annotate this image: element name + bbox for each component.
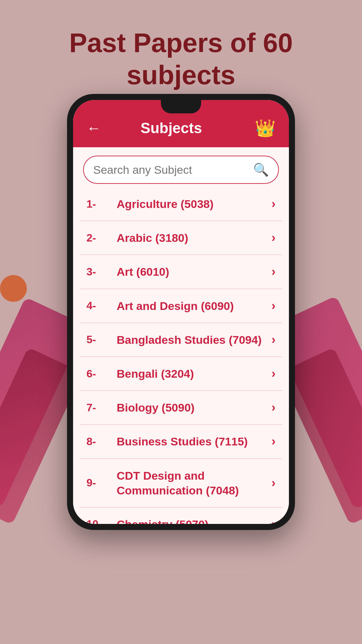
subject-name: Chemistry (5070) — [113, 517, 272, 524]
list-item[interactable]: 7-Biology (5090)› — [80, 391, 282, 425]
chevron-right-icon: › — [272, 434, 276, 448]
search-icon[interactable]: 🔍 — [253, 162, 269, 177]
list-item[interactable]: 2-Arabic (3180)› — [80, 221, 282, 255]
list-item[interactable]: 4-Art and Design (6090)› — [80, 289, 282, 323]
subject-number: 3- — [86, 266, 113, 278]
subject-name: Business Studies (7115) — [113, 434, 272, 449]
subject-number: 6- — [86, 368, 113, 380]
phone-mockup: ← Subjects 👑 🔍 1-Agriculture (5038)›2-Ar… — [67, 94, 295, 530]
chevron-right-icon: › — [272, 333, 276, 347]
chevron-right-icon: › — [272, 299, 276, 313]
subject-name: Arabic (3180) — [113, 230, 272, 245]
subject-number: 4- — [86, 300, 113, 312]
subject-number: 7- — [86, 401, 113, 414]
phone-notch — [161, 100, 201, 113]
search-container: 🔍 — [73, 147, 289, 187]
list-item[interactable]: 10-Chemistry (5070)› — [80, 507, 282, 524]
subject-name: Biology (5090) — [113, 400, 272, 415]
chevron-right-icon: › — [272, 231, 276, 245]
list-item[interactable]: 8-Business Studies (7115)› — [80, 425, 282, 459]
chevron-right-icon: › — [272, 197, 276, 211]
chevron-right-icon: › — [272, 367, 276, 381]
subject-name: Art and Design (6090) — [113, 299, 272, 313]
subject-name: Art (6010) — [113, 264, 272, 279]
subject-number: 5- — [86, 333, 113, 346]
chevron-right-icon: › — [272, 400, 276, 415]
search-bar[interactable]: 🔍 — [83, 156, 279, 184]
subject-number: 8- — [86, 435, 113, 448]
subject-name: Bengali (3204) — [113, 366, 272, 381]
subject-number: 2- — [86, 232, 113, 244]
header-title: Subjects — [88, 120, 255, 137]
phone-screen: ← Subjects 👑 🔍 1-Agriculture (5038)›2-Ar… — [73, 100, 289, 524]
list-item[interactable]: 1-Agriculture (5038)› — [80, 187, 282, 221]
chevron-right-icon: › — [272, 265, 276, 279]
page-title: Past Papers of 60 subjects — [0, 0, 362, 108]
list-item[interactable]: 3-Art (6010)› — [80, 255, 282, 289]
subjects-list: 1-Agriculture (5038)›2-Arabic (3180)›3-A… — [73, 187, 289, 524]
chevron-right-icon: › — [272, 517, 276, 524]
subject-number: 9- — [86, 477, 113, 489]
phone-frame: ← Subjects 👑 🔍 1-Agriculture (5038)›2-Ar… — [67, 94, 295, 530]
bg-decoration-circle — [0, 275, 27, 302]
subject-number: 1- — [86, 198, 113, 210]
chevron-right-icon: › — [272, 476, 276, 490]
subject-name: CDT Design and Communication (7048) — [113, 468, 272, 498]
list-item[interactable]: 6-Bengali (3204)› — [80, 357, 282, 391]
subject-name: Agriculture (5038) — [113, 197, 272, 211]
list-item[interactable]: 5-Bangladesh Studies (7094)› — [80, 323, 282, 357]
crown-icon[interactable]: 👑 — [255, 118, 276, 138]
search-input[interactable] — [93, 163, 253, 176]
subject-number: 10- — [86, 518, 113, 524]
list-item[interactable]: 9-CDT Design and Communication (7048)› — [80, 459, 282, 507]
subject-name: Bangladesh Studies (7094) — [113, 332, 272, 347]
